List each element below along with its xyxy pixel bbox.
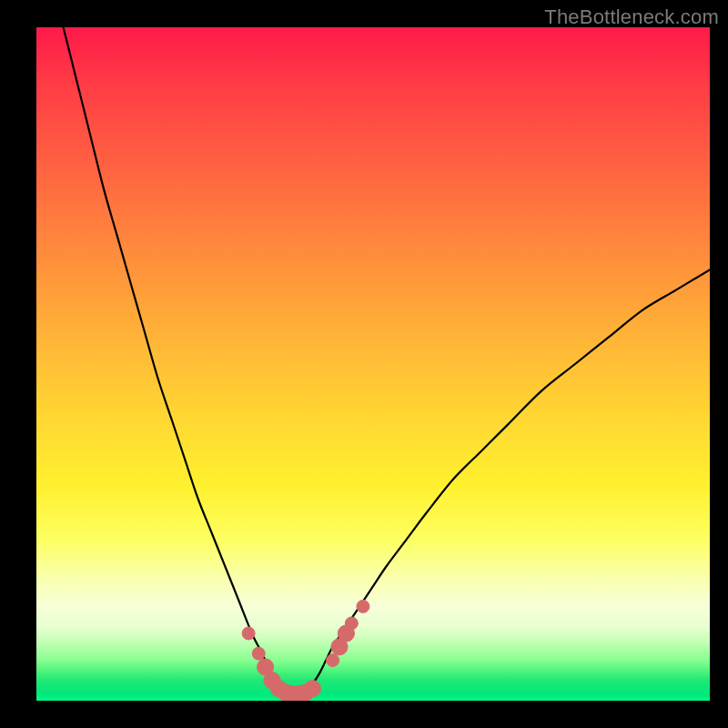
chart-frame: TheBottleneck.com bbox=[0, 0, 728, 728]
curve-marker bbox=[327, 654, 339, 667]
curve-marker bbox=[357, 600, 369, 612]
curve-markers bbox=[242, 600, 369, 701]
curve-marker bbox=[242, 627, 255, 640]
bottleneck-curve bbox=[64, 27, 710, 694]
curve-marker bbox=[304, 681, 320, 697]
chart-svg bbox=[36, 27, 710, 701]
curve-marker bbox=[252, 647, 265, 660]
curve-marker bbox=[345, 617, 358, 630]
chart-plot-area bbox=[36, 27, 710, 701]
watermark-text: TheBottleneck.com bbox=[544, 5, 719, 29]
